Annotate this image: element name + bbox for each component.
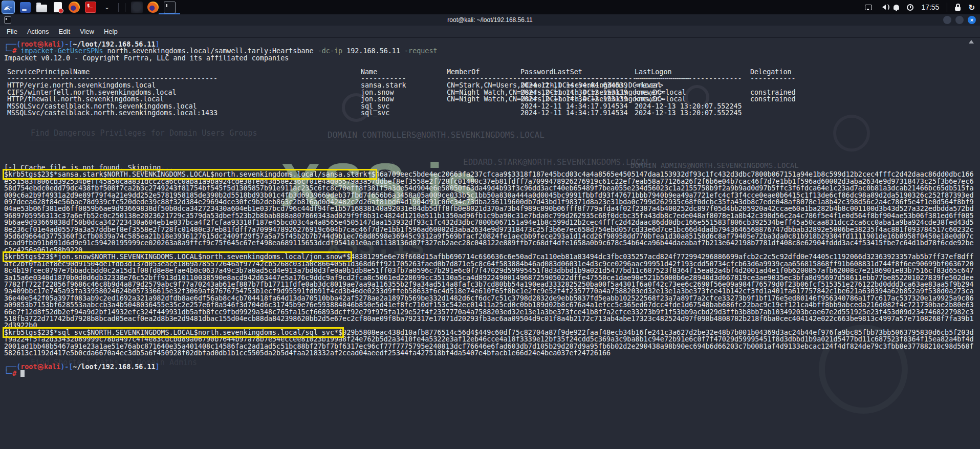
flag-request: -request bbox=[404, 47, 438, 55]
lock-screen-icon[interactable] bbox=[955, 7, 961, 11]
firefox-icon bbox=[69, 2, 80, 13]
tgs-hash-jon-snow: $krb5tgs$23$*jon.snow$NORTH.SEVENKINGDOM… bbox=[4, 253, 976, 329]
taskbar-tray: 17:55 ↻ bbox=[865, 0, 980, 14]
firefox-launcher-button[interactable] bbox=[68, 1, 80, 13]
col-memberof: MemberOf bbox=[447, 69, 480, 75]
menu-edit[interactable]: Edit bbox=[59, 28, 70, 35]
tray-separator bbox=[947, 3, 947, 12]
tgs-hash-sql-svc: $krb5tgs$23$*sql_svc$NORTH.SEVENKINGDOMS… bbox=[4, 329, 976, 357]
hash-body: 48381295e6e78f668d15afbb696714c6$6636c6e… bbox=[4, 253, 974, 329]
app-icon bbox=[131, 2, 143, 13]
table-header-row: ServicePrincipalName Name MemberOf Passw… bbox=[4, 69, 980, 75]
desktop-icon bbox=[20, 2, 31, 13]
power-manager-icon[interactable] bbox=[907, 4, 913, 11]
volume-icon[interactable] bbox=[880, 5, 886, 10]
command-line: └─# impacket-GetUserSPNs north.sevenking… bbox=[4, 48, 980, 54]
taskbar-launchers: $_ ⌄ bbox=[0, 0, 176, 14]
table-row: CIFS/winterfell.north.sevenkingdoms.loca… bbox=[4, 89, 980, 96]
close-button[interactable]: × bbox=[968, 16, 976, 24]
table-row: MSSQLSvc/castelblack.north.sevenkingdoms… bbox=[4, 103, 980, 110]
kali-dragon-icon bbox=[4, 5, 13, 12]
menu-file[interactable]: File bbox=[7, 28, 17, 35]
menu-view[interactable]: View bbox=[80, 28, 94, 35]
window-title: root@kali: ~/loot/192.168.56.11 bbox=[0, 16, 980, 24]
impacket-banner: Impacket v0.12.0 - Copyright Fortra, LLC… bbox=[4, 55, 980, 61]
desktop: $_ ⌄ 17:55 ↻ root@kali: ~/loot/192.16 bbox=[0, 0, 980, 449]
col-spn: ServicePrincipalName bbox=[7, 69, 90, 75]
menubar: File Actions Edit View Help bbox=[0, 26, 980, 38]
terminal-text: ┌──(root㉿kali)-[~/loot/192.168.56.11] └─… bbox=[0, 38, 980, 377]
network-icon[interactable] bbox=[865, 5, 872, 10]
terminal-window: root@kali: ~/loot/192.168.56.11 × File A… bbox=[0, 14, 980, 449]
dc-ip-value: 192.168.56.11 bbox=[346, 47, 400, 55]
table-row: MSSQLSvc/castelblack.north.sevenkingdoms… bbox=[4, 110, 980, 116]
flag-dc-ip: -dc-ip bbox=[318, 47, 342, 55]
col-name: Name bbox=[361, 69, 377, 75]
root-terminal-button[interactable]: $_ bbox=[84, 1, 97, 13]
prompt-path: ~/loot/192.168.56.11 bbox=[73, 363, 155, 371]
hash-body: 46a709eec5bde4ec20663fa237cfcaa9$3318f18… bbox=[4, 170, 974, 253]
prompt-line-bottom: ┌──(root㉿kali)-[~/loot/192.168.56.11] bbox=[4, 364, 980, 370]
terminal-glyph: $_ bbox=[87, 3, 93, 8]
folder-icon bbox=[36, 5, 47, 12]
prompt-user: root㉿kali bbox=[20, 363, 60, 371]
file-manager-button[interactable] bbox=[35, 1, 48, 13]
terminal-window-icon bbox=[164, 2, 176, 13]
terminal-icon: $_ bbox=[85, 2, 96, 13]
maximize-button[interactable] bbox=[955, 16, 964, 24]
firefox-icon bbox=[147, 2, 159, 13]
text-editor-button[interactable] bbox=[52, 1, 64, 13]
log-out-icon[interactable]: ↻ bbox=[968, 4, 975, 11]
input-line[interactable]: └─# bbox=[4, 370, 980, 377]
panel-separator bbox=[118, 3, 119, 12]
col-passwordlastset: PasswordLastSet bbox=[520, 69, 582, 75]
table-row: HTTP/eyrie.north.sevenkingdoms.localsans… bbox=[4, 82, 980, 89]
col-lastlogon: LastLogon bbox=[635, 69, 672, 75]
window-button-firefox[interactable] bbox=[147, 1, 159, 13]
minimize-button[interactable] bbox=[943, 16, 951, 24]
tgs-hash-sansa-stark: $krb5tgs$23$*sansa.stark$NORTH.SEVENKING… bbox=[4, 171, 976, 253]
taskbar: $_ ⌄ 17:55 ↻ bbox=[0, 0, 980, 14]
terminal-cursor bbox=[20, 370, 25, 377]
show-desktop-button[interactable] bbox=[19, 1, 31, 13]
col-delegation: Delegation bbox=[750, 69, 792, 75]
menu-help[interactable]: Help bbox=[104, 28, 118, 35]
panel-separator bbox=[125, 3, 125, 12]
menu-actions[interactable]: Actions bbox=[27, 28, 49, 35]
scroll-up-arrow[interactable] bbox=[969, 40, 974, 44]
window-button-terminal[interactable] bbox=[163, 1, 176, 13]
kali-menu-button[interactable] bbox=[2, 1, 15, 14]
window-button-background-app[interactable] bbox=[130, 1, 143, 13]
clock[interactable]: 17:55 bbox=[921, 3, 939, 11]
notifications-icon[interactable] bbox=[894, 5, 899, 10]
table-row: HTTP/thewall.north.sevenkingdoms.localjo… bbox=[4, 96, 980, 102]
document-icon bbox=[54, 2, 62, 12]
chevron-down-icon: ⌄ bbox=[104, 4, 110, 11]
table-divider-row: ----------------------------------------… bbox=[4, 75, 980, 82]
titlebar[interactable]: root@kali: ~/loot/192.168.56.11 × bbox=[0, 14, 980, 26]
launcher-chevron-button[interactable]: ⌄ bbox=[101, 1, 113, 13]
terminal-content[interactable]: Find Dangerous Privileges for Domain Use… bbox=[0, 38, 980, 449]
